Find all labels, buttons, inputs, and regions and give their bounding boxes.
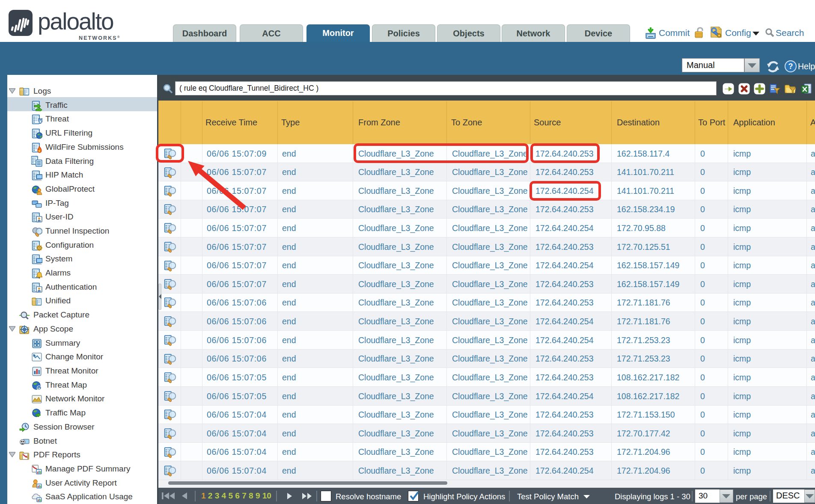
svg-text:x: x [38,386,40,390]
svg-text:x: x [39,119,42,124]
